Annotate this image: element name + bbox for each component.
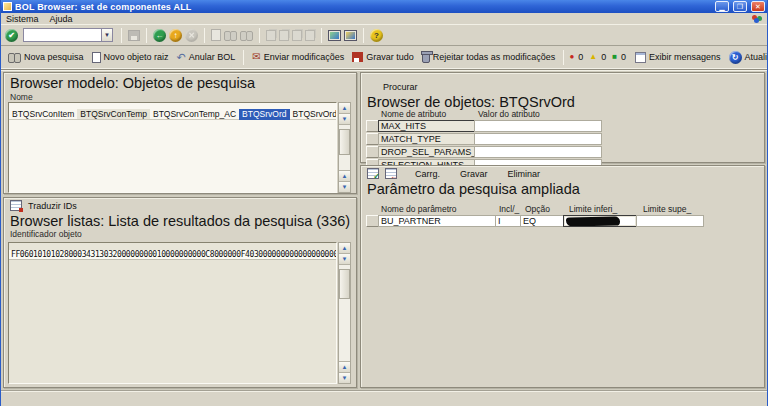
enviar-modificacoes-label: Enviar modificações (264, 52, 345, 62)
param-option-cell[interactable]: EQ (520, 215, 564, 227)
carrg-button[interactable]: Carrg. (413, 169, 442, 179)
messages-icon (635, 52, 646, 63)
scroll-thumb[interactable] (339, 269, 350, 299)
exibir-mensagens-button[interactable]: Exibir mensagens (632, 50, 724, 65)
column-header: Limite inferi_ (567, 204, 641, 215)
rejeitar-modificacoes-label: Rejeitar todas as modificações (433, 52, 556, 62)
scroll-up-button[interactable]: ▲ (339, 103, 350, 114)
back-icon[interactable]: ← (153, 29, 166, 42)
gravar-tudo-button[interactable]: Gravar tudo (349, 50, 417, 64)
param-upper-limit-cell[interactable] (636, 215, 704, 227)
minimize-button[interactable]: ▁ (715, 1, 729, 12)
novo-objeto-raiz-button[interactable]: Novo objeto raiz (89, 50, 172, 65)
column-header: Valor do atributo (476, 109, 604, 120)
attribute-row: MAX_HITS (366, 120, 604, 133)
model-browser-title: Browser modelo: Objetos de pesquisa (4, 73, 356, 91)
anular-bol-button[interactable]: ↶Anular BOL (174, 50, 239, 64)
menu-bar: Sistema Ajuda (1, 13, 767, 24)
rejeitar-modificacoes-button[interactable]: Rejeitar todas as modificações (419, 49, 559, 65)
enter-icon[interactable]: ✔ (5, 29, 18, 42)
chevron-down-icon[interactable]: ▼ (101, 28, 113, 42)
column-header: Nome do parâmetro (379, 204, 497, 215)
model-list: BTQSrvConItemBTQSrvConTempBTQSrvConTemp_… (8, 102, 337, 193)
toolbar-separator (146, 28, 147, 43)
attribute-value-cell[interactable] (474, 133, 602, 145)
row-selector-header (366, 204, 379, 215)
gravar-tudo-label: Gravar tudo (366, 52, 414, 62)
model-browser-panel: Browser modelo: Objetos de pesquisa Nome… (3, 72, 357, 194)
create-shortcut-icon[interactable] (344, 30, 357, 41)
model-list-item[interactable]: BTQSrvConTemp (77, 109, 150, 120)
help-icon[interactable]: ? (370, 29, 383, 42)
toolbar-separator (243, 50, 244, 65)
load-table-icon[interactable] (367, 168, 379, 179)
attribute-value-cell[interactable] (474, 120, 602, 132)
close-button[interactable]: ✕ (751, 1, 765, 12)
save-table-icon[interactable] (385, 168, 397, 179)
new-page-icon (92, 52, 101, 63)
attribute-value-cell[interactable] (474, 146, 602, 158)
param-incl-cell[interactable]: I (495, 215, 521, 227)
procurar-button[interactable]: Procurar (381, 82, 420, 92)
scroll-up-button[interactable]: ▲ (339, 243, 350, 254)
menu-item-ajuda[interactable]: Ajuda (50, 14, 73, 24)
exibir-mensagens-label: Exibir mensagens (649, 52, 721, 62)
previous-page-icon (279, 30, 289, 41)
model-list-item[interactable]: BTQSrvOrd_AC (290, 109, 337, 120)
scroll-down-button[interactable]: ▼ (339, 372, 350, 383)
toolbar-separator (321, 28, 322, 43)
translate-ids-icon (10, 200, 22, 211)
menu-item-sistema[interactable]: Sistema (6, 14, 39, 24)
scroll-down-button[interactable]: ▼ (339, 114, 350, 125)
atualizar-button[interactable]: ↻Atualizar (726, 49, 768, 66)
app-icon (3, 2, 12, 11)
new-session-icon[interactable] (328, 30, 341, 41)
next-page-icon (292, 30, 302, 41)
parameter-row: BU_PARTNERIEQ (366, 215, 709, 228)
standard-toolbar: ✔ ▼ ←↑✕? (1, 24, 767, 46)
model-list-item[interactable]: BTQSrvOrd (239, 109, 289, 120)
eliminar-button[interactable]: Eliminar (506, 169, 543, 179)
toolbar-separator (563, 50, 564, 65)
scroll-track (339, 265, 350, 361)
model-list-item[interactable]: BTQSrvConTemp_AC (150, 109, 239, 120)
attribute-name-cell[interactable]: MAX_HITS (378, 120, 475, 132)
gravar-button[interactable]: Gravar (458, 169, 490, 179)
cancel-icon: ✕ (185, 29, 198, 42)
main-area: Browser modelo: Objetos de pesquisa Nome… (1, 69, 767, 391)
attribute-name-cell[interactable]: DROP_SEL_PARAMS_ALLO (378, 146, 475, 158)
binoculars-icon (8, 53, 21, 62)
scroll-thumb[interactable] (339, 129, 350, 155)
command-field[interactable] (23, 28, 101, 42)
result-list-scrollbar[interactable]: ▲ ▼ ▲ ▼ (338, 242, 351, 384)
attribute-name-cell[interactable]: MATCH_TYPE (378, 133, 475, 145)
scroll-down-button[interactable]: ▼ (339, 181, 350, 192)
exit-icon[interactable]: ↑ (169, 29, 182, 42)
anular-bol-label: Anular BOL (189, 52, 236, 62)
scroll-down-button[interactable]: ▼ (339, 254, 350, 265)
attribute-row: DROP_SEL_PARAMS_ALLO (366, 146, 604, 159)
column-header: Limite supe_ (641, 204, 709, 215)
model-list-scrollbar[interactable]: ▲ ▼ ▲ ▼ (338, 102, 351, 193)
column-header: Nome de atributo (379, 109, 476, 120)
result-list-item[interactable]: FF06010101028000343130320000000001000000… (9, 250, 337, 260)
column-header: Opção (523, 204, 567, 215)
param-lower-limit-cell[interactable] (563, 215, 637, 227)
atualizar-label: Atualizar (745, 52, 768, 62)
restore-button[interactable]: ❐ (733, 1, 747, 12)
model-list-item[interactable]: BTQSrvConItem (9, 109, 77, 120)
object-browser-title: Browser de objetos: BTQSrvOrd (361, 94, 764, 110)
scroll-up-button[interactable]: ▲ (339, 361, 350, 372)
param-name-cell[interactable]: BU_PARTNER (378, 215, 496, 227)
scroll-up-button[interactable]: ▲ (339, 170, 350, 181)
traduzir-ids-button[interactable]: Traduzir IDs (26, 201, 79, 211)
param-panel-title: Parâmetro da pesquisa ampliada (361, 181, 764, 197)
redacted-value (566, 217, 620, 227)
nova-pesquisa-button[interactable]: Nova pesquisa (5, 50, 87, 64)
row-selector-header (366, 109, 379, 120)
result-browser-title: Browser listas: Lista de resultados da p… (4, 213, 356, 229)
attribute-table: Nome de atributoValor do atributoMAX_HIT… (366, 109, 604, 172)
enviar-modificacoes-button[interactable]: ✉Enviar modificações (249, 50, 347, 64)
bol-browser-window: BOL Browser: set de componentes ALL ▁ ❐ … (0, 0, 768, 406)
error-count-icon: ● (569, 53, 574, 61)
